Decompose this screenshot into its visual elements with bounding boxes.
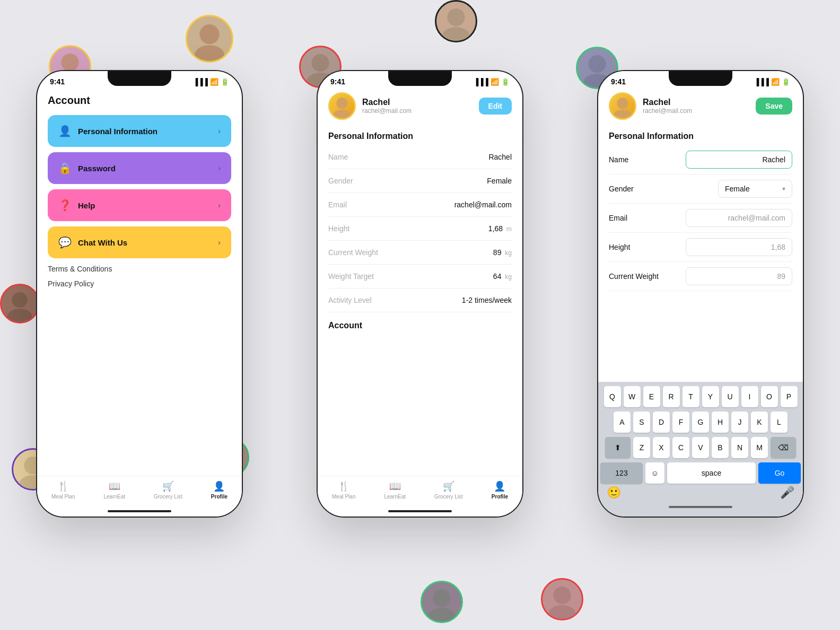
user-avatar-3 [609, 92, 636, 120]
meal-plan-icon-1: 🍴 [57, 480, 69, 492]
nav-learneat-1[interactable]: 📖 LearnEat [103, 480, 125, 500]
key-t[interactable]: T [682, 386, 699, 407]
notch-2 [388, 71, 452, 86]
personal-info-title-3: Personal Information [609, 132, 792, 141]
key-r[interactable]: R [663, 386, 680, 407]
nav-meal-label-2: Meal Plan [332, 494, 355, 500]
phone2-content: Personal Information Name Rachel Gender … [318, 126, 522, 494]
terms-link[interactable]: Terms & Conditions [48, 265, 231, 273]
key-z[interactable]: Z [633, 437, 650, 458]
key-j[interactable]: J [731, 412, 748, 433]
key-g[interactable]: G [692, 412, 709, 433]
edit-button[interactable]: Edit [479, 98, 512, 115]
key-f[interactable]: F [672, 412, 689, 433]
info-row-weight: Current Weight 89 kg [328, 241, 512, 265]
keyboard: Q W E R T Y U I O P A S D F G H J K L ⬆ … [598, 382, 803, 517]
nav-grocery-1[interactable]: 🛒 Grocery List [154, 480, 182, 500]
key-v[interactable]: V [692, 437, 709, 458]
form-label-gender: Gender [609, 185, 662, 193]
email-input[interactable] [686, 209, 792, 227]
key-u[interactable]: U [722, 386, 739, 407]
svg-point-21 [548, 605, 576, 620]
key-l[interactable]: L [771, 412, 788, 433]
key-s[interactable]: S [633, 412, 650, 433]
gender-select[interactable]: Female ▾ [718, 180, 792, 198]
learneat-icon-2: 📖 [389, 480, 401, 492]
label-activity-2: Activity Level [328, 296, 372, 304]
label-email-2: Email [328, 200, 347, 209]
form-row-weight-3: Current Weight [609, 262, 792, 291]
user-email-2: rachel@mail.com [362, 107, 412, 115]
save-button[interactable]: Save [756, 98, 792, 115]
key-y[interactable]: Y [702, 386, 719, 407]
key-d[interactable]: D [653, 412, 670, 433]
label-gender-2: Gender [328, 177, 353, 185]
key-w[interactable]: W [624, 386, 641, 407]
user-name-3: Rachel [643, 98, 692, 107]
nav-meal-plan-1[interactable]: 🍴 Meal Plan [51, 480, 75, 500]
nav-profile-2[interactable]: 👤 Profile [492, 480, 508, 500]
wifi-icon-2: 📶 [491, 78, 499, 86]
help-menu-item[interactable]: ❓ Help › [48, 189, 231, 221]
delete-key[interactable]: ⌫ [771, 437, 796, 458]
numbers-key[interactable]: 123 [600, 462, 643, 484]
key-n[interactable]: N [731, 437, 748, 458]
label-name-2: Name [328, 153, 348, 161]
emoji-key[interactable]: ☺ [645, 462, 664, 484]
personal-info-menu-item[interactable]: 👤 Personal Information › [48, 115, 231, 147]
chat-icon: 💬 [58, 236, 72, 249]
grocery-icon-2: 🛒 [443, 480, 454, 492]
shift-key[interactable]: ⬆ [605, 437, 631, 458]
account-title-1: Account [48, 94, 231, 107]
key-e[interactable]: E [643, 386, 660, 407]
signal-icon-2: ▐▐▐ [474, 78, 488, 86]
home-indicator-1 [108, 510, 171, 512]
emoji-icon[interactable]: 🙂 [607, 486, 621, 500]
key-b[interactable]: B [712, 437, 729, 458]
weight-input[interactable] [686, 267, 792, 285]
notch-1 [108, 71, 171, 86]
keyboard-row-4: 123 ☺ space Go [600, 462, 801, 484]
key-h[interactable]: H [712, 412, 729, 433]
key-m[interactable]: M [751, 437, 768, 458]
nav-profile-1[interactable]: 👤 Profile [211, 480, 228, 500]
key-p[interactable]: P [781, 386, 798, 407]
chat-menu-item[interactable]: 💬 Chat With Us › [48, 226, 231, 258]
nav-grocery-2[interactable]: 🛒 Grocery List [434, 480, 463, 500]
phone1-content: Account 👤 Personal Information › 🔒 Passw… [37, 86, 242, 294]
nav-profile-label-1: Profile [211, 494, 228, 500]
key-c[interactable]: C [672, 437, 689, 458]
profile-header-3: Rachel rachel@mail.com Save [598, 86, 803, 126]
chevron-down-icon: ▾ [782, 185, 785, 192]
name-input[interactable] [686, 151, 792, 169]
nav-meal-plan-2[interactable]: 🍴 Meal Plan [332, 480, 355, 500]
key-k[interactable]: K [751, 412, 768, 433]
go-key[interactable]: Go [758, 462, 801, 484]
svg-point-3 [195, 45, 224, 63]
space-key[interactable]: space [667, 462, 756, 484]
svg-point-20 [553, 587, 571, 604]
password-menu-item[interactable]: 🔒 Password › [48, 152, 231, 184]
bottom-nav-1: 🍴 Meal Plan 📖 LearnEat 🛒 Grocery List 👤 … [37, 476, 242, 517]
svg-point-25 [332, 110, 351, 120]
height-input[interactable] [686, 238, 792, 256]
info-row-height: Height 1,68 m [328, 217, 512, 241]
avatar-float-2 [186, 15, 233, 63]
phone3-content: Personal Information Name Gender Female … [598, 132, 803, 291]
microphone-icon[interactable]: 🎤 [780, 486, 794, 500]
key-q[interactable]: Q [604, 386, 621, 407]
key-i[interactable]: I [741, 386, 758, 407]
key-x[interactable]: X [653, 437, 670, 458]
avatar-float-4 [435, 0, 477, 42]
unit-weight-2: kg [505, 249, 512, 257]
status-icons-2: ▐▐▐ 📶 🔋 [474, 78, 510, 86]
svg-point-6 [447, 8, 465, 26]
key-a[interactable]: A [614, 412, 631, 433]
privacy-link[interactable]: Privacy Policy [48, 279, 231, 288]
form-label-name: Name [609, 155, 662, 164]
form-label-weight-3: Current Weight [609, 272, 662, 281]
meal-plan-icon-2: 🍴 [338, 480, 349, 492]
phone-1: 9:41 ▐▐▐ 📶 🔋 Account 👤 Personal Informat… [36, 70, 243, 518]
nav-learneat-2[interactable]: 📖 LearnEat [384, 480, 406, 500]
key-o[interactable]: O [761, 386, 778, 407]
